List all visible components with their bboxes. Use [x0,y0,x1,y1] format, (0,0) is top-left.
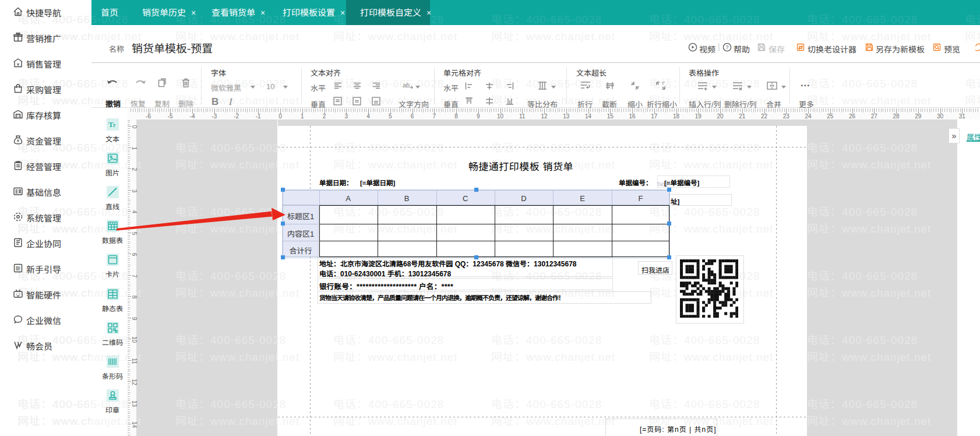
svg-text:r: r [113,122,116,128]
svg-text:新: 新 [15,266,20,272]
svg-text:¥: ¥ [16,62,20,67]
svg-text:?: ? [725,44,728,50]
svg-text:ab: ab [403,82,410,89]
svg-text:¥: ¥ [16,138,20,143]
